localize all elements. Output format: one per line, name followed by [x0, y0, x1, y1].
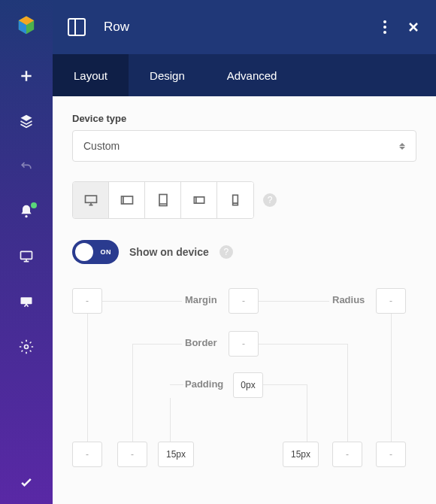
row-icon: [68, 18, 86, 36]
device-type-label: Device type: [72, 113, 416, 124]
layers-icon[interactable]: [18, 113, 35, 129]
margin-label: Margin: [185, 294, 217, 305]
radius-top-input[interactable]: -: [376, 288, 406, 314]
padding-top-input[interactable]: 0px: [233, 372, 263, 398]
device-buttons: [72, 181, 254, 219]
box-bottom-1-input[interactable]: -: [72, 442, 102, 467]
device-desktop-button[interactable]: [73, 182, 109, 218]
border-center-input[interactable]: -: [229, 331, 259, 357]
done-icon[interactable]: [18, 474, 35, 490]
box-bottom-4-input[interactable]: 15px: [283, 442, 319, 467]
box-bottom-5-input[interactable]: -: [332, 442, 362, 467]
show-on-device-toggle[interactable]: ON: [72, 240, 119, 264]
close-icon[interactable]: [406, 20, 421, 35]
device-type-select[interactable]: Custom: [72, 130, 416, 162]
svg-point-6: [25, 345, 29, 349]
radius-label: Radius: [332, 294, 365, 305]
box-bottom-2-input[interactable]: -: [117, 442, 147, 467]
margin-center-input[interactable]: -: [229, 288, 259, 314]
tabs: Layout Design Advanced: [53, 54, 436, 96]
device-tablet-landscape-button[interactable]: [109, 182, 145, 218]
svg-point-3: [25, 215, 27, 217]
border-label: Border: [185, 337, 217, 348]
help-icon[interactable]: ?: [263, 193, 277, 207]
show-on-device-label: Show on device: [129, 246, 209, 258]
select-arrows-icon: [399, 143, 405, 150]
device-mobile-landscape-button[interactable]: [181, 182, 217, 218]
desktop-icon[interactable]: [18, 248, 35, 265]
svg-rect-4: [21, 251, 32, 259]
sidebar: [0, 0, 53, 504]
presentation-icon[interactable]: [18, 293, 35, 310]
box-model: - Margin - Radius - Border - Padding: [72, 288, 416, 484]
more-icon[interactable]: [377, 20, 392, 35]
tab-design[interactable]: Design: [129, 54, 206, 96]
notifications-icon[interactable]: [18, 203, 35, 220]
padding-label: Padding: [185, 378, 223, 390]
device-tablet-portrait-button[interactable]: [145, 182, 181, 218]
svg-rect-7: [85, 196, 96, 202]
undo-icon[interactable]: [18, 158, 35, 175]
panel: Device type Custom ? ON: [53, 96, 436, 504]
margin-top-input[interactable]: -: [72, 288, 102, 314]
device-type-value: Custom: [83, 140, 120, 152]
box-bottom-3-input[interactable]: 15px: [158, 442, 194, 467]
settings-icon[interactable]: [18, 339, 35, 355]
header: Row: [53, 0, 436, 54]
add-icon[interactable]: [18, 68, 35, 84]
help-icon[interactable]: ?: [220, 245, 233, 259]
box-bottom-6-input[interactable]: -: [376, 442, 406, 467]
header-title: Row: [104, 20, 364, 35]
tab-layout[interactable]: Layout: [53, 54, 129, 96]
device-mobile-portrait-button[interactable]: [217, 182, 253, 218]
logo: [14, 14, 39, 39]
toggle-on-label: ON: [101, 248, 112, 256]
tab-advanced[interactable]: Advanced: [206, 54, 298, 96]
